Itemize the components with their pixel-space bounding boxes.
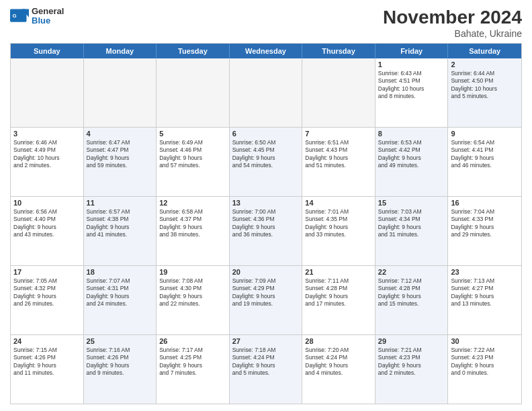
- day-number: 26: [159, 337, 226, 345]
- cal-day-29: 29Sunrise: 7:21 AMSunset: 4:23 PMDayligh…: [375, 335, 449, 404]
- title-block: November 2024 Bahate, Ukraine: [383, 7, 522, 39]
- day-number: 11: [87, 199, 154, 207]
- day-number: 21: [305, 268, 372, 276]
- day-info: Sunrise: 7:21 AMSunset: 4:23 PMDaylight:…: [378, 347, 445, 377]
- cal-day-24: 24Sunrise: 7:15 AMSunset: 4:26 PMDayligh…: [11, 335, 84, 404]
- header: G General Blue November 2024 Bahate, Ukr…: [10, 7, 522, 39]
- day-info: Sunrise: 7:22 AMSunset: 4:23 PMDaylight:…: [451, 347, 519, 377]
- day-info: Sunrise: 6:43 AMSunset: 4:51 PMDaylight:…: [378, 70, 445, 101]
- logo-icon: G: [10, 7, 29, 26]
- day-info: Sunrise: 6:44 AMSunset: 4:50 PMDaylight:…: [451, 70, 519, 101]
- day-info: Sunrise: 7:08 AMSunset: 4:30 PMDaylight:…: [159, 277, 226, 308]
- cal-day-23: 23Sunrise: 7:13 AMSunset: 4:27 PMDayligh…: [448, 266, 521, 334]
- day-info: Sunrise: 7:12 AMSunset: 4:28 PMDaylight:…: [378, 277, 445, 308]
- day-info: Sunrise: 7:01 AMSunset: 4:35 PMDaylight:…: [305, 208, 372, 239]
- day-number: 25: [87, 337, 154, 345]
- day-info: Sunrise: 6:58 AMSunset: 4:37 PMDaylight:…: [159, 208, 226, 239]
- day-info: Sunrise: 6:47 AMSunset: 4:47 PMDaylight:…: [87, 139, 154, 170]
- calendar: SundayMondayTuesdayWednesdayThursdayFrid…: [10, 43, 522, 404]
- day-info: Sunrise: 6:50 AMSunset: 4:45 PMDaylight:…: [232, 139, 300, 170]
- day-number: 2: [451, 60, 519, 68]
- cal-day-empty: [230, 58, 303, 127]
- day-info: Sunrise: 6:54 AMSunset: 4:41 PMDaylight:…: [451, 139, 519, 170]
- cal-day-27: 27Sunrise: 7:18 AMSunset: 4:24 PMDayligh…: [230, 335, 303, 404]
- cal-day-20: 20Sunrise: 7:09 AMSunset: 4:29 PMDayligh…: [230, 266, 303, 334]
- cal-day-19: 19Sunrise: 7:08 AMSunset: 4:30 PMDayligh…: [157, 266, 230, 334]
- cal-week-3: 17Sunrise: 7:05 AMSunset: 4:32 PMDayligh…: [11, 266, 521, 335]
- day-info: Sunrise: 7:00 AMSunset: 4:36 PMDaylight:…: [232, 208, 300, 239]
- cal-day-22: 22Sunrise: 7:12 AMSunset: 4:28 PMDayligh…: [375, 266, 449, 334]
- day-number: 12: [159, 199, 226, 207]
- cal-header-saturday: Saturday: [448, 44, 521, 58]
- cal-day-15: 15Sunrise: 7:03 AMSunset: 4:34 PMDayligh…: [375, 197, 449, 265]
- day-number: 9: [451, 130, 519, 138]
- cal-day-2: 2Sunrise: 6:44 AMSunset: 4:50 PMDaylight…: [448, 58, 521, 127]
- day-info: Sunrise: 7:18 AMSunset: 4:24 PMDaylight:…: [232, 347, 300, 377]
- cal-day-25: 25Sunrise: 7:16 AMSunset: 4:26 PMDayligh…: [84, 335, 157, 404]
- day-info: Sunrise: 7:20 AMSunset: 4:24 PMDaylight:…: [305, 347, 372, 377]
- cal-day-empty: [302, 58, 375, 127]
- cal-day-1: 1Sunrise: 6:43 AMSunset: 4:51 PMDaylight…: [375, 58, 449, 127]
- day-info: Sunrise: 7:03 AMSunset: 4:34 PMDaylight:…: [378, 208, 445, 239]
- calendar-header-row: SundayMondayTuesdayWednesdayThursdayFrid…: [11, 44, 521, 58]
- cal-week-4: 24Sunrise: 7:15 AMSunset: 4:26 PMDayligh…: [11, 335, 521, 404]
- location: Bahate, Ukraine: [383, 28, 522, 39]
- cal-day-3: 3Sunrise: 6:46 AMSunset: 4:49 PMDaylight…: [11, 128, 84, 196]
- cal-header-friday: Friday: [375, 44, 449, 58]
- day-info: Sunrise: 6:51 AMSunset: 4:43 PMDaylight:…: [305, 139, 372, 170]
- cal-day-7: 7Sunrise: 6:51 AMSunset: 4:43 PMDaylight…: [302, 128, 375, 196]
- logo: G General Blue: [10, 7, 64, 26]
- cal-day-26: 26Sunrise: 7:17 AMSunset: 4:25 PMDayligh…: [157, 335, 230, 404]
- cal-day-4: 4Sunrise: 6:47 AMSunset: 4:47 PMDaylight…: [84, 128, 157, 196]
- day-number: 3: [13, 130, 81, 138]
- cal-day-empty: [157, 58, 230, 127]
- cal-day-14: 14Sunrise: 7:01 AMSunset: 4:35 PMDayligh…: [302, 197, 375, 265]
- day-number: 22: [378, 268, 445, 276]
- cal-week-1: 3Sunrise: 6:46 AMSunset: 4:49 PMDaylight…: [11, 128, 521, 197]
- day-info: Sunrise: 6:57 AMSunset: 4:38 PMDaylight:…: [87, 208, 154, 239]
- cal-day-21: 21Sunrise: 7:11 AMSunset: 4:28 PMDayligh…: [302, 266, 375, 334]
- day-info: Sunrise: 7:04 AMSunset: 4:33 PMDaylight:…: [451, 208, 519, 239]
- cal-header-thursday: Thursday: [302, 44, 375, 58]
- day-info: Sunrise: 7:11 AMSunset: 4:28 PMDaylight:…: [305, 277, 372, 308]
- logo-text: General Blue: [32, 7, 64, 26]
- day-info: Sunrise: 7:16 AMSunset: 4:26 PMDaylight:…: [87, 347, 154, 377]
- cal-day-16: 16Sunrise: 7:04 AMSunset: 4:33 PMDayligh…: [448, 197, 521, 265]
- day-number: 19: [159, 268, 226, 276]
- cal-day-empty: [11, 58, 84, 127]
- svg-text:G: G: [13, 13, 17, 19]
- day-number: 28: [305, 337, 372, 345]
- calendar-page: G General Blue November 2024 Bahate, Ukr…: [0, 0, 532, 411]
- day-number: 30: [451, 337, 519, 345]
- day-number: 14: [305, 199, 372, 207]
- day-number: 18: [87, 268, 154, 276]
- cal-week-2: 10Sunrise: 6:56 AMSunset: 4:40 PMDayligh…: [11, 197, 521, 266]
- cal-day-17: 17Sunrise: 7:05 AMSunset: 4:32 PMDayligh…: [11, 266, 84, 334]
- calendar-body: 1Sunrise: 6:43 AMSunset: 4:51 PMDaylight…: [11, 58, 521, 404]
- day-number: 29: [378, 337, 445, 345]
- cal-day-empty: [84, 58, 157, 127]
- day-number: 16: [451, 199, 519, 207]
- day-info: Sunrise: 7:17 AMSunset: 4:25 PMDaylight:…: [159, 347, 226, 377]
- day-number: 15: [378, 199, 445, 207]
- day-number: 27: [232, 337, 300, 345]
- day-info: Sunrise: 6:49 AMSunset: 4:46 PMDaylight:…: [159, 139, 226, 170]
- day-info: Sunrise: 7:09 AMSunset: 4:29 PMDaylight:…: [232, 277, 300, 308]
- day-number: 5: [159, 130, 226, 138]
- day-number: 17: [13, 268, 81, 276]
- day-info: Sunrise: 6:56 AMSunset: 4:40 PMDaylight:…: [13, 208, 81, 239]
- day-number: 10: [13, 199, 81, 207]
- day-number: 7: [305, 130, 372, 138]
- cal-day-8: 8Sunrise: 6:53 AMSunset: 4:42 PMDaylight…: [375, 128, 449, 196]
- cal-header-sunday: Sunday: [11, 44, 84, 58]
- cal-day-9: 9Sunrise: 6:54 AMSunset: 4:41 PMDaylight…: [448, 128, 521, 196]
- cal-day-6: 6Sunrise: 6:50 AMSunset: 4:45 PMDaylight…: [230, 128, 303, 196]
- day-info: Sunrise: 6:53 AMSunset: 4:42 PMDaylight:…: [378, 139, 445, 170]
- day-number: 13: [232, 199, 300, 207]
- day-info: Sunrise: 7:05 AMSunset: 4:32 PMDaylight:…: [13, 277, 81, 308]
- cal-day-10: 10Sunrise: 6:56 AMSunset: 4:40 PMDayligh…: [11, 197, 84, 265]
- day-info: Sunrise: 7:07 AMSunset: 4:31 PMDaylight:…: [87, 277, 154, 308]
- day-number: 8: [378, 130, 445, 138]
- day-info: Sunrise: 7:15 AMSunset: 4:26 PMDaylight:…: [13, 347, 81, 377]
- cal-header-tuesday: Tuesday: [157, 44, 230, 58]
